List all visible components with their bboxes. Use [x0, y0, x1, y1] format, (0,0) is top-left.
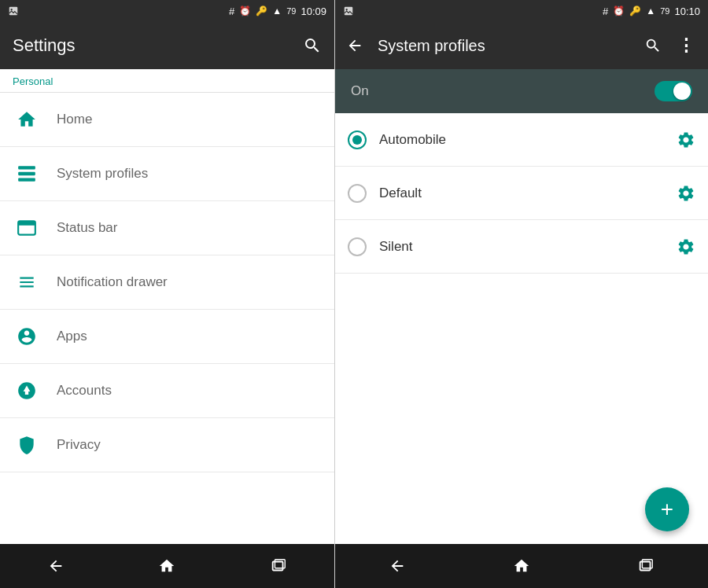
menu-label-accounts: Accounts: [57, 383, 112, 399]
right-image-icon: [343, 6, 354, 17]
left-header-title: Settings: [13, 35, 76, 56]
svg-rect-3: [18, 172, 35, 175]
profile-item-silent[interactable]: Silent: [335, 220, 708, 274]
svg-rect-0: [9, 7, 18, 16]
svg-point-1: [11, 9, 13, 10]
profile-item-automobile[interactable]: Automobile: [335, 113, 708, 167]
radio-silent[interactable]: [348, 237, 367, 256]
right-home-nav-button[interactable]: [498, 550, 545, 582]
radio-default[interactable]: [348, 184, 367, 203]
menu-item-notification[interactable]: Notification drawer: [0, 255, 334, 310]
accounts-icon: [13, 377, 41, 405]
left-recents-button[interactable]: [255, 550, 302, 582]
menu-label-notification: Notification drawer: [57, 274, 168, 290]
menu-label-profiles: System profiles: [57, 166, 148, 182]
right-search-button[interactable]: [638, 31, 668, 61]
notification-icon: [13, 268, 41, 296]
left-search-button[interactable]: [303, 36, 322, 55]
right-time: 10:10: [674, 6, 700, 17]
svg-rect-6: [18, 221, 35, 225]
battery-icon: 79: [286, 6, 296, 16]
menu-item-accounts[interactable]: Accounts: [0, 364, 334, 418]
right-back-button[interactable]: [338, 31, 371, 61]
right-status-bar: # ⏰ 🔑 ▲ 79 10:10: [335, 0, 708, 22]
hash-icon: #: [229, 6, 234, 17]
right-hash-icon: #: [603, 6, 608, 17]
right-alarm-icon: ⏰: [613, 6, 625, 17]
right-header-title: System profiles: [378, 37, 632, 55]
fab-add-profile[interactable]: +: [645, 487, 689, 531]
statusbar-icon: [13, 214, 41, 242]
svg-point-10: [346, 9, 348, 10]
svg-rect-9: [345, 7, 353, 16]
svg-rect-7: [273, 562, 283, 571]
toggle-switch[interactable]: [655, 81, 692, 101]
menu-item-status-bar[interactable]: Status bar: [0, 201, 334, 255]
menu-item-privacy[interactable]: Privacy: [0, 418, 334, 472]
left-back-button[interactable]: [32, 550, 79, 582]
profile-label-default: Default: [379, 186, 677, 201]
right-back-nav-button[interactable]: [374, 550, 421, 582]
menu-label-apps: Apps: [57, 329, 87, 344]
profiles-icon: [13, 160, 41, 188]
left-bottom-nav: [0, 544, 334, 588]
menu-item-apps[interactable]: Apps: [0, 310, 334, 364]
menu-label-privacy: Privacy: [57, 437, 101, 453]
svg-rect-2: [18, 166, 35, 169]
toggle-row: On: [335, 69, 708, 113]
privacy-icon: [13, 431, 41, 459]
menu-label-home: Home: [57, 112, 92, 127]
left-time: 10:09: [301, 6, 326, 17]
alarm-icon: ⏰: [239, 6, 251, 17]
home-icon: [13, 105, 41, 134]
left-panel: # ⏰ 🔑 ▲ 79 10:09 Settings Personal Home …: [0, 0, 334, 588]
left-header: Settings: [0, 22, 334, 69]
gear-silent[interactable]: [677, 237, 695, 256]
profile-label-silent: Silent: [379, 239, 677, 255]
profile-list: Automobile Default Silent: [335, 113, 708, 544]
menu-label-statusbar: Status bar: [57, 220, 118, 236]
fab-plus-icon: +: [661, 498, 673, 520]
apps-icon: [13, 322, 41, 351]
right-signal-icon: ▲: [646, 6, 655, 17]
menu-item-system-profiles[interactable]: System profiles: [0, 147, 334, 201]
left-home-button[interactable]: [143, 550, 190, 582]
menu-list: Home System profiles Status bar Notifica…: [0, 93, 334, 544]
right-bottom-nav: [335, 544, 708, 588]
right-status-bar-left: [343, 6, 354, 17]
profile-label-automobile: Automobile: [379, 132, 677, 148]
right-more-button[interactable]: ⋮: [671, 29, 702, 62]
radio-automobile[interactable]: [348, 130, 367, 149]
right-recents-nav-button[interactable]: [622, 550, 669, 582]
right-header-icons: ⋮: [638, 29, 702, 62]
signal-icon: ▲: [272, 6, 282, 17]
right-key-icon: 🔑: [629, 6, 641, 17]
toggle-label: On: [351, 83, 369, 99]
svg-rect-11: [640, 562, 651, 571]
image-icon: [8, 6, 19, 17]
left-status-bar: # ⏰ 🔑 ▲ 79 10:09: [0, 0, 334, 22]
profile-item-default[interactable]: Default: [335, 167, 708, 220]
gear-default[interactable]: [677, 184, 695, 203]
menu-item-home[interactable]: Home: [0, 93, 334, 147]
personal-label: Personal: [0, 69, 334, 93]
right-header: System profiles ⋮: [335, 22, 708, 69]
svg-rect-4: [18, 178, 35, 181]
gear-automobile[interactable]: [677, 130, 695, 149]
key-icon: 🔑: [256, 6, 267, 17]
left-status-bar-left: [8, 6, 19, 17]
right-panel: # ⏰ 🔑 ▲ 79 10:10 System profiles ⋮ On Au…: [334, 0, 708, 588]
right-battery-icon: 79: [660, 6, 669, 16]
